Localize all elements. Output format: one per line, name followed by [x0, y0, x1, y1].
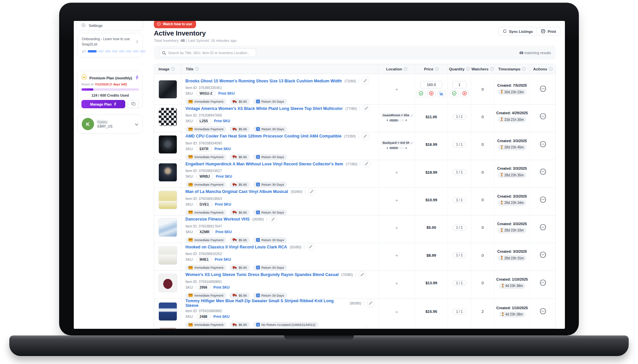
edit-title-button[interactable] [363, 105, 370, 112]
scroll-thumb[interactable] [389, 119, 398, 122]
info-icon[interactable]: i [549, 67, 553, 71]
row-title[interactable]: Engelbert Humperdinck A Man Without Love… [185, 162, 343, 166]
row-title[interactable]: Vintage America Women's XS Black White P… [185, 106, 343, 111]
add-location-button[interactable]: + [395, 169, 398, 175]
row-title[interactable]: Hooked on Classics II Vinyl Record Louis… [185, 245, 287, 249]
laptop-base [9, 335, 629, 356]
add-location-button[interactable]: + [395, 309, 398, 315]
print-sku-link[interactable]: Print SKU [213, 285, 230, 289]
table-row: Vintage America Women's XS Black White P… [154, 102, 555, 129]
price-value: $18.99 [425, 170, 437, 174]
row-title[interactable]: Dancersize Fitness Workout VHS [185, 217, 250, 222]
quantity-input[interactable] [452, 81, 467, 88]
product-thumbnail-blue-striped-sweater[interactable] [159, 302, 177, 321]
row-actions-button[interactable] [540, 224, 546, 231]
scroll-left-icon[interactable] [386, 119, 388, 121]
print-sku-link[interactable]: Print SKU [213, 315, 230, 318]
edit-title-button[interactable] [363, 160, 371, 168]
watchers-value: 0 [481, 226, 483, 229]
product-thumbnail-la-mancha-album-cover[interactable] [159, 191, 177, 209]
product-thumbnail-vinyl-record-cover[interactable] [159, 163, 177, 182]
row-actions-button[interactable] [540, 196, 546, 204]
add-location-button[interactable]: + [395, 252, 398, 258]
watch-how-to-use-button[interactable]: Watch how to use [154, 21, 196, 28]
title-char-count: (77/80) [345, 107, 357, 111]
info-icon[interactable]: i [404, 67, 407, 71]
info-icon[interactable]: i [195, 67, 199, 71]
scroll-left-icon[interactable] [386, 147, 388, 149]
search-input[interactable] [159, 48, 256, 57]
edit-title-button[interactable] [362, 77, 369, 85]
row-actions-button[interactable] [540, 113, 546, 121]
print-sku-link[interactable]: Print SKU [214, 119, 230, 123]
edit-title-button[interactable] [362, 133, 369, 140]
edit-title-button[interactable] [308, 188, 316, 196]
scroll-thumb[interactable] [389, 147, 398, 149]
row-actions-button[interactable] [540, 85, 546, 93]
info-icon[interactable]: i [466, 67, 470, 71]
print-button[interactable]: Print [536, 27, 561, 36]
info-icon[interactable]: i [522, 67, 526, 71]
row-actions-button[interactable] [540, 279, 546, 287]
item-id: Item ID: 376038917647 [185, 224, 222, 228]
print-sku-link[interactable]: Print SKU [215, 202, 231, 206]
watchers-value: 0 [481, 253, 483, 257]
print-sku-link[interactable]: Print SKU [215, 230, 232, 234]
listing-age: 23d 21h 30m [504, 118, 524, 122]
product-thumbnail-brown-sweater[interactable] [159, 328, 177, 329]
location-scrollbar[interactable] [386, 147, 407, 149]
row-title[interactable]: Brooks Ghost 15 Women's Running Shoes Si… [185, 79, 342, 83]
location-chip-label[interactable]: GuestRoom > She [381, 113, 409, 118]
confirm-quantity-button[interactable] [450, 90, 459, 97]
location-chip-label[interactable]: Backyard > 3rd Sh [381, 140, 409, 145]
product-thumbnail-plaid-shirt[interactable] [159, 108, 177, 126]
scroll-right-icon[interactable] [406, 147, 407, 149]
column-header-price: Pricei [415, 64, 448, 74]
price-input[interactable] [420, 81, 442, 88]
product-thumbnail-vhs-tape-cover[interactable] [159, 218, 177, 237]
cancel-quantity-button[interactable] [460, 90, 469, 97]
edit-title-button[interactable] [359, 271, 366, 279]
product-thumbnail-cpu-cooler-fan[interactable] [159, 135, 177, 154]
print-sku-link[interactable]: Print SKU [218, 91, 235, 95]
edit-location-icon[interactable] [410, 112, 413, 118]
sku-prefix: SKU: [185, 315, 194, 318]
row-actions-button[interactable] [540, 308, 546, 316]
row-actions-button[interactable] [540, 251, 546, 259]
edit-title-button[interactable] [367, 300, 374, 307]
info-icon[interactable]: i [171, 67, 175, 71]
edit-title-button[interactable] [307, 243, 315, 251]
row-title[interactable]: AMD CPU Cooler Fan Heat Sink 120mm Proce… [185, 134, 342, 138]
print-sku-link[interactable]: Print SKU [215, 257, 231, 261]
row-actions-button[interactable] [540, 141, 546, 148]
add-location-button[interactable]: + [395, 197, 398, 203]
row-title[interactable]: Women's XS Long Sleeve Tunic Dress Burgu… [185, 272, 339, 277]
add-location-button[interactable]: + [395, 280, 398, 286]
confirm-price-button[interactable] [417, 90, 425, 97]
row-title[interactable]: studio 1940 women's size S brown sweater… [185, 328, 344, 329]
product-thumbnail-burgundy-dress[interactable] [159, 274, 177, 292]
edit-title-button[interactable] [364, 326, 371, 329]
cancel-price-button[interactable] [427, 90, 436, 97]
add-location-button[interactable]: + [395, 86, 398, 92]
row-actions-button[interactable] [540, 168, 546, 176]
print-sku-link[interactable]: Print SKU [214, 147, 231, 151]
product-thumbnail-classics-album-cover[interactable] [159, 246, 177, 265]
location-scrollbar[interactable] [386, 119, 407, 122]
edit-location-icon[interactable] [410, 140, 413, 146]
created-date: Created: 3/3/2025 [497, 139, 527, 143]
edit-title-button[interactable] [269, 216, 277, 223]
price-history-chart-button[interactable] [437, 90, 446, 97]
print-sku-link[interactable]: Print SKU [216, 174, 232, 178]
total-inventory-count: 48 [180, 39, 185, 43]
info-icon[interactable]: i [490, 67, 494, 71]
row-title[interactable]: Man of La Mancha Original Cast Vinyl Alb… [185, 189, 288, 194]
row-title[interactable]: Tommy Hilfiger Men Blue Half-Zip Sweater… [185, 299, 347, 308]
product-thumbnail-black-running-shoes[interactable] [159, 80, 177, 99]
pencil-icon [310, 189, 314, 194]
listing-age-pill: 28d 23h 33m [498, 228, 526, 233]
add-location-button[interactable]: + [395, 225, 398, 230]
scroll-right-icon[interactable] [406, 119, 407, 121]
sync-listings-button[interactable]: Sync Listings [498, 27, 538, 36]
info-icon[interactable]: i [435, 67, 439, 71]
